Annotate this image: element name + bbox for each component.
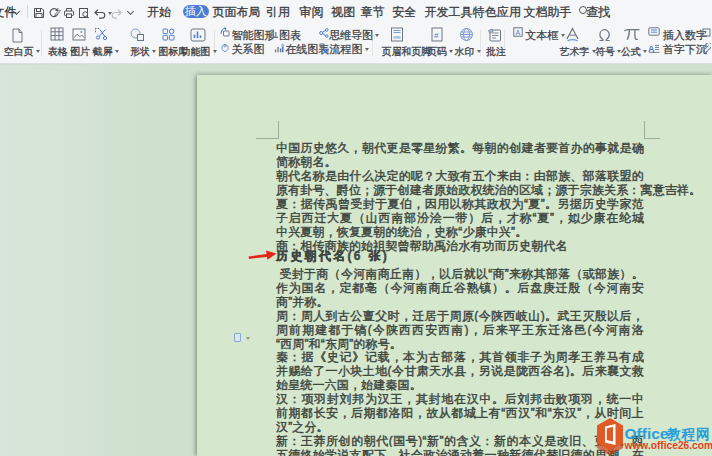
svg-text:#: # bbox=[434, 31, 439, 40]
svg-text:A: A bbox=[515, 29, 520, 36]
svg-text:www.office26.com: www.office26.com bbox=[624, 440, 712, 451]
svg-text:A: A bbox=[648, 43, 655, 52]
